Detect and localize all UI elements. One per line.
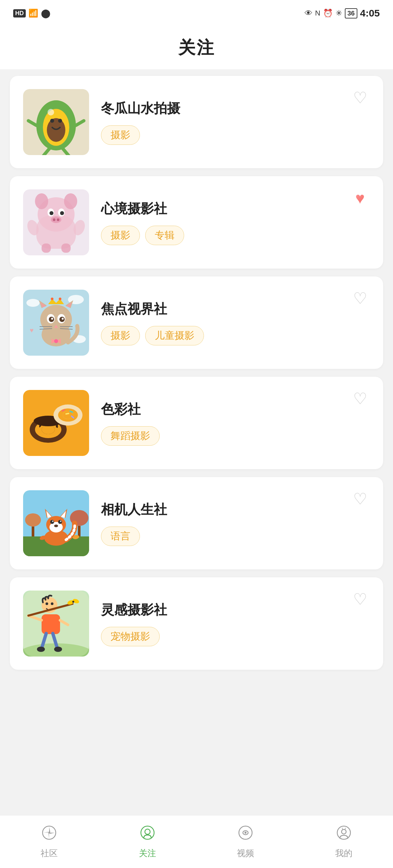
fox-illustration	[23, 490, 89, 556]
heart-outline-icon-3: ♡	[353, 389, 367, 408]
page-title-wrap: 关注	[0, 26, 393, 69]
card-name-jiaodian: 焦点视界社	[101, 300, 370, 318]
avatar-fox	[23, 490, 89, 556]
svg-rect-95	[41, 614, 60, 634]
svg-point-45	[62, 318, 64, 320]
heart-btn-secai[interactable]: ♡	[350, 389, 370, 408]
svg-marker-111	[49, 833, 55, 834]
heart-btn-jiaodian[interactable]: ♡	[350, 288, 370, 308]
nav-mine-label: 我的	[335, 847, 353, 859]
tags-secai: 舞蹈摄影	[101, 426, 370, 446]
svg-point-19	[53, 218, 55, 221]
tag-dance-photo: 舞蹈摄影	[101, 426, 160, 446]
pig-illustration	[23, 189, 89, 255]
alarm-icon: ⏰	[323, 8, 333, 18]
nav-follow-label: 关注	[139, 847, 156, 859]
svg-marker-110	[43, 832, 49, 833]
svg-marker-108	[49, 827, 50, 833]
svg-point-13	[64, 193, 77, 209]
nfc-icon: N	[315, 9, 321, 18]
eye-icon: 👁	[305, 8, 312, 18]
card-jiaodian: ♥ ♥	[10, 276, 383, 369]
svg-point-44	[51, 318, 53, 320]
svg-point-118	[341, 829, 346, 834]
avatar-stick	[23, 591, 89, 656]
tag-language: 语言	[101, 527, 140, 546]
nav-follow[interactable]: 关注	[98, 825, 196, 859]
svg-line-119	[342, 828, 342, 829]
card-name-secai: 色彩社	[101, 400, 370, 418]
heart-btn-dongua[interactable]: ♡	[350, 88, 370, 107]
status-right: 👁 N ⏰ ✳ 36 4:05	[305, 8, 380, 19]
svg-point-18	[51, 216, 61, 223]
svg-point-85	[50, 520, 54, 524]
mine-icon	[336, 825, 352, 845]
card-info-xinjing: 心境摄影社 摄影 专辑	[101, 199, 370, 245]
card-xiangji: 相机人生社 语言 ♡	[10, 477, 383, 569]
heart-btn-xinjing[interactable]: ♥	[350, 188, 370, 208]
card-dongua: 冬瓜山水拍摄 摄影 ♡	[10, 76, 383, 168]
svg-point-105	[72, 601, 74, 603]
svg-point-53	[54, 339, 58, 343]
svg-point-87	[52, 521, 54, 522]
svg-point-20	[57, 218, 59, 221]
card-info-secai: 色彩社 舞蹈摄影	[101, 400, 370, 446]
svg-rect-22	[61, 244, 71, 253]
card-linggan: 灵感摄影社 宠物摄影 ♡	[10, 577, 383, 670]
svg-point-8	[50, 119, 54, 123]
svg-point-3	[48, 109, 54, 116]
svg-rect-21	[41, 244, 51, 253]
nav-video[interactable]: 视频	[196, 825, 295, 859]
hd-badge: HD	[13, 9, 26, 18]
battery-badge: 36	[345, 8, 357, 19]
heart-btn-xiangji[interactable]: ♡	[350, 489, 370, 509]
tag-photography-3: 摄影	[101, 326, 140, 345]
avatar-pig	[23, 189, 89, 255]
stick-illustration	[23, 591, 89, 656]
svg-point-35	[59, 298, 61, 300]
card-info-xiangji: 相机人生社 语言	[101, 500, 370, 546]
svg-point-9	[58, 119, 62, 123]
svg-text:♥: ♥	[30, 327, 34, 334]
svg-point-70	[25, 513, 41, 527]
signal-icon: 📶	[28, 8, 38, 18]
page-title: 关注	[0, 36, 393, 59]
svg-point-117	[337, 826, 351, 839]
tags-xinjing: 摄影 专辑	[101, 226, 370, 245]
svg-point-17	[60, 211, 64, 215]
bluetooth-icon: ✳	[336, 8, 342, 18]
svg-line-7	[63, 149, 69, 155]
heart-outline-icon: ♡	[353, 88, 367, 107]
nav-mine[interactable]: 我的	[295, 825, 393, 859]
svg-rect-72	[32, 527, 34, 536]
compass-icon	[41, 825, 57, 845]
heart-outline-icon-2: ♡	[353, 289, 367, 308]
bottom-nav: 社区 关注 视频	[0, 815, 393, 868]
svg-point-16	[50, 211, 54, 215]
heart-filled-icon: ♥	[355, 189, 365, 207]
heart-outline-icon-4: ♡	[353, 490, 367, 508]
svg-point-86	[58, 520, 62, 524]
card-name-linggan: 灵感摄影社	[101, 601, 370, 619]
cards-list: 冬瓜山水拍摄 摄影 ♡	[0, 69, 393, 676]
svg-rect-73	[78, 526, 81, 536]
nav-community[interactable]: 社区	[0, 825, 98, 859]
svg-point-89	[54, 525, 58, 527]
wifi-icon: ⬤	[41, 8, 51, 19]
svg-line-5	[76, 121, 84, 125]
tag-photography-2: 摄影	[101, 226, 140, 245]
nav-community-label: 社区	[40, 847, 58, 859]
avatar-avocado	[23, 89, 89, 155]
card-info-jiaodian: 焦点视界社 摄影 儿童摄影	[101, 300, 370, 345]
heart-btn-linggan[interactable]: ♡	[350, 589, 370, 609]
tags-jiaodian: 摄影 儿童摄影	[101, 326, 370, 345]
donut-illustration	[23, 390, 89, 456]
svg-point-112	[141, 826, 154, 839]
avatar-donut	[23, 390, 89, 456]
svg-line-4	[28, 121, 36, 125]
avatar-cat: ♥ ♥	[23, 290, 89, 355]
svg-point-102	[54, 647, 62, 652]
status-time: 4:05	[360, 8, 380, 19]
status-bar: HD 📶 ⬤ 👁 N ⏰ ✳ 36 4:05	[0, 0, 393, 26]
avocado-illustration	[23, 89, 89, 155]
